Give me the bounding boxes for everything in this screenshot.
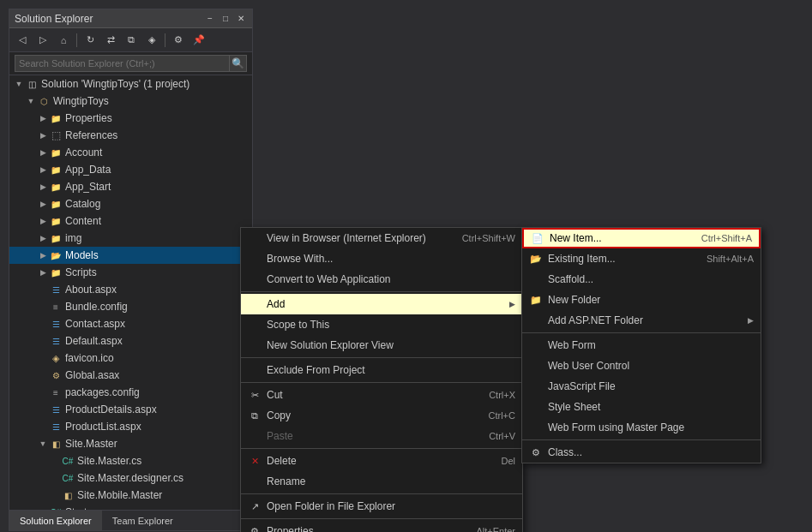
tree-item-sitemobile[interactable]: ◧ Site.Mobile.Master (9, 487, 252, 504)
menu-item-rename[interactable]: Rename (241, 471, 522, 492)
rename-icon (248, 475, 262, 488)
submenu-item-new-folder[interactable]: 📁 New Folder (522, 290, 761, 310)
home-icon[interactable]: ⌂ (54, 31, 73, 50)
submenu-item-shortcut: Shift+Alt+A (707, 254, 754, 264)
submenu-item-class[interactable]: ⚙ Class... (522, 442, 761, 463)
tree-item-productlist[interactable]: ☰ ProductList.aspx (9, 418, 252, 435)
tree-item-about[interactable]: ☰ About.aspx (9, 281, 252, 298)
open-file-icon[interactable]: ◈ (142, 31, 161, 50)
solution-icon: ◫ (25, 77, 39, 91)
web-form-icon (529, 338, 543, 352)
menu-item-properties[interactable]: ⚙ Properties Alt+Enter (241, 521, 522, 532)
menu-item-add[interactable]: Add ▶ (241, 294, 522, 314)
item-label: img (65, 232, 81, 244)
tree-item-productdetails[interactable]: ☰ ProductDetails.aspx (9, 401, 252, 418)
menu-item-paste[interactable]: Paste Ctrl+V (241, 426, 522, 446)
minimize-btn[interactable]: − (204, 13, 216, 25)
submenu-item-javascript-file[interactable]: JavaScript File (522, 376, 761, 397)
pin-icon[interactable]: 📌 (189, 31, 208, 50)
separator-2 (165, 33, 165, 47)
properties-icon: ⚙ (248, 524, 262, 532)
tree-item-contact[interactable]: ☰ Contact.aspx (9, 315, 252, 332)
tree-item-default[interactable]: ☰ Default.aspx (9, 332, 252, 350)
tree-item-app-start[interactable]: ▶ 📁 App_Start (9, 178, 252, 195)
bottom-tabs: Solution Explorer Team Explorer (9, 510, 252, 530)
open-folder-icon: ↗ (248, 499, 262, 513)
submenu-item-new-item[interactable]: 📄 New Item... Ctrl+Shift+A (522, 228, 761, 248)
tree-item-solution[interactable]: ▼ ◫ Solution 'WingtipToys' (1 project) (9, 75, 252, 93)
item-label: favicon.ico (65, 352, 114, 364)
tree-item-references[interactable]: ▶ ⬚ References (9, 127, 252, 144)
tree-item-app-data[interactable]: ▶ 📁 App_Data (9, 161, 252, 178)
settings-icon[interactable]: ⚙ (169, 31, 188, 50)
config-icon: ≡ (49, 386, 63, 399)
tree-item-sitemaster[interactable]: ▼ ◧ Site.Master (9, 435, 252, 452)
forward-icon[interactable]: ▷ (33, 31, 52, 50)
tree-item-sitemaster-designer[interactable]: C# Site.Master.designer.cs (9, 469, 252, 487)
sync-icon[interactable]: ⇄ (101, 31, 120, 50)
close-btn[interactable]: ✕ (235, 13, 247, 25)
menu-item-browse-with[interactable]: Browse With... (241, 248, 522, 269)
aspx-icon: ☰ (49, 403, 63, 416)
menu-item-delete[interactable]: ✕ Delete Del (241, 451, 522, 471)
search-icon[interactable]: 🔍 (230, 55, 247, 72)
aspx-icon: ☰ (49, 420, 63, 433)
menu-item-label: Exclude From Project (267, 364, 365, 376)
submenu-item-aspnet-folder[interactable]: Add ASP.NET Folder ▶ (522, 310, 761, 331)
menu-item-copy[interactable]: ⧉ Copy Ctrl+C (241, 405, 522, 426)
submenu-item-existing-item[interactable]: 📂 Existing Item... Shift+Alt+A (522, 248, 761, 269)
menu-item-open-folder[interactable]: ↗ Open Folder in File Explorer (241, 496, 522, 517)
menu-item-cut[interactable]: ✂ Cut Ctrl+X (241, 385, 522, 405)
submenu-item-web-form[interactable]: Web Form (522, 335, 761, 356)
tree-item-account[interactable]: ▶ 📁 Account (9, 144, 252, 161)
tree-item-favicon[interactable]: ◈ favicon.ico (9, 350, 252, 367)
submenu-item-label: Scaffold... (548, 273, 593, 285)
folder-open-icon: 📂 (49, 248, 63, 262)
expand-arrow: ▶ (37, 148, 49, 157)
tree-item-sitemaster-cs[interactable]: C# Site.Master.cs (9, 452, 252, 469)
search-input[interactable] (15, 55, 230, 72)
submenu-item-style-sheet[interactable]: Style Sheet (522, 397, 761, 417)
submenu-item-left: 📄 New Item... (531, 231, 602, 245)
references-icon: ⬚ (49, 129, 63, 142)
item-label: Site.Master.cs (77, 455, 141, 467)
item-label: References (65, 129, 117, 141)
tree-item-startup[interactable]: C# Startup.cs (9, 504, 252, 510)
menu-item-label: Paste (267, 430, 293, 442)
expand-arrow: ▶ (37, 131, 49, 140)
tree-item-global[interactable]: ⚙ Global.asax (9, 367, 252, 384)
tab-team-explorer[interactable]: Team Explorer (102, 511, 183, 530)
tree-item-properties[interactable]: ▶ 📁 Properties (9, 110, 252, 127)
refresh-icon[interactable]: ↻ (81, 31, 99, 50)
tree-item-bundle[interactable]: ≡ Bundle.config (9, 298, 252, 315)
tree-item-catalog[interactable]: ▶ 📁 Catalog (9, 195, 252, 212)
tree-container: ▼ ◫ Solution 'WingtipToys' (1 project) ▼… (9, 75, 252, 510)
menu-item-scope[interactable]: Scope to This (241, 314, 522, 335)
maximize-btn[interactable]: □ (220, 13, 232, 25)
tree-item-content[interactable]: ▶ 📁 Content (9, 212, 252, 230)
solution-label: Solution 'WingtipToys' (1 project) (41, 78, 189, 90)
submenu-item-left: Web User Control (529, 359, 629, 373)
submenu-item-scaffold[interactable]: Scaffold... (522, 269, 761, 290)
back-icon[interactable]: ◁ (13, 31, 32, 50)
menu-item-label: New Solution Explorer View (267, 339, 394, 351)
menu-item-view-in-browser[interactable]: View in Browser (Internet Explorer) Ctrl… (241, 228, 522, 248)
tree-item-packages[interactable]: ≡ packages.config (9, 384, 252, 401)
submenu-item-web-form-master[interactable]: Web Form using Master Page (522, 417, 761, 438)
expand-arrow: ▶ (37, 200, 49, 208)
menu-item-exclude[interactable]: Exclude From Project (241, 360, 522, 380)
new-solution-icon[interactable]: ⧉ (122, 31, 141, 50)
menu-item-label: Rename (267, 475, 305, 487)
tree-item-img[interactable]: ▶ 📁 img (9, 230, 252, 247)
tree-item-scripts[interactable]: ▶ 📁 Scripts (9, 264, 252, 281)
tree-item-wingtiptoys[interactable]: ▼ ⬡ WingtipToys (9, 93, 252, 110)
menu-item-new-explorer-view[interactable]: New Solution Explorer View (241, 335, 522, 356)
tab-solution-explorer[interactable]: Solution Explorer (9, 511, 102, 530)
item-label: Site.Master (65, 438, 117, 450)
expand-arrow: ▶ (37, 165, 49, 174)
ico-icon: ◈ (49, 351, 63, 365)
menu-item-left: ✂ Cut (248, 388, 283, 402)
submenu-item-web-user-control[interactable]: Web User Control (522, 356, 761, 376)
tree-item-models[interactable]: ▶ 📂 Models (9, 247, 252, 264)
menu-item-convert[interactable]: Convert to Web Application (241, 269, 522, 290)
